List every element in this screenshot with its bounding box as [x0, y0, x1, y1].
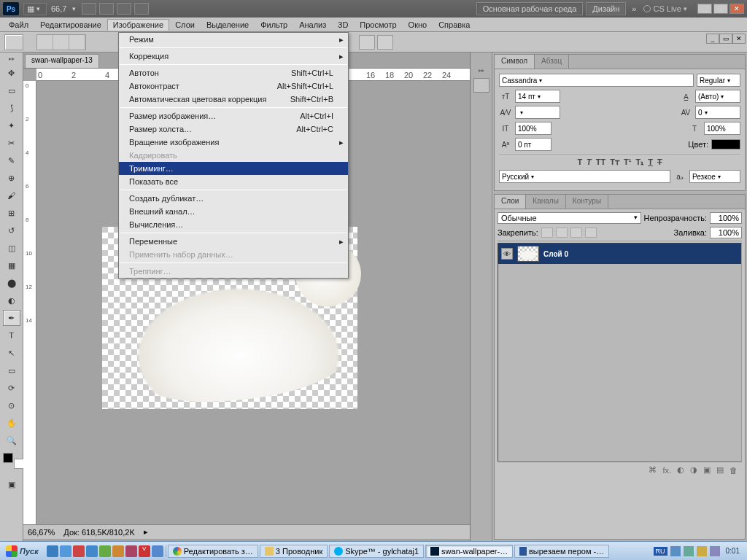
vscale-field[interactable]: 100%	[515, 122, 551, 135]
ql-app4-icon[interactable]	[112, 545, 124, 557]
text-color-swatch[interactable]	[711, 139, 740, 149]
tab-channels[interactable]: Каналы	[526, 195, 566, 209]
collapsed-panel-icon[interactable]	[473, 78, 489, 93]
font-style-dropdown[interactable]: Regular	[697, 74, 740, 87]
clock[interactable]: 0:01	[723, 547, 743, 555]
view-grid-icon[interactable]	[99, 3, 114, 15]
wand-tool[interactable]: ✦	[3, 117, 20, 133]
subscript-button[interactable]: T₁	[635, 158, 643, 167]
screen-mode-icon[interactable]	[134, 3, 149, 15]
maximize-button[interactable]: ▭	[713, 4, 728, 14]
layer-name[interactable]: Слой 0	[543, 250, 568, 258]
3d-camera-tool[interactable]: ⊙	[3, 397, 20, 413]
workspace-more[interactable]: »	[632, 4, 636, 13]
menu-imagesize[interactable]: Размер изображения…Alt+Ctrl+I	[119, 109, 348, 122]
current-tool-preset[interactable]	[4, 34, 23, 50]
view-guides-icon[interactable]	[117, 3, 131, 15]
ql-app3-icon[interactable]	[99, 545, 111, 557]
shape-tool[interactable]: ▭	[3, 362, 20, 378]
doc-close[interactable]: ✕	[732, 34, 746, 44]
zoom-tool[interactable]: 🔍	[3, 432, 20, 448]
ql-app2-icon[interactable]	[86, 545, 98, 557]
menu-window[interactable]: Окно	[403, 19, 433, 31]
menu-select[interactable]: Выделение	[201, 19, 255, 31]
stamp-tool[interactable]: ⊞	[3, 205, 20, 221]
cslive-button[interactable]: CS Live▾	[643, 4, 687, 13]
close-button[interactable]: ✕	[729, 4, 744, 14]
link-layers-icon[interactable]: ⌘	[649, 465, 657, 475]
doc-restore[interactable]: ▭	[719, 34, 732, 44]
minimize-button[interactable]: _	[697, 4, 712, 14]
menu-filter[interactable]: Фильтр	[255, 19, 293, 31]
menu-edit[interactable]: Редактирование	[34, 19, 107, 31]
fill-field[interactable]: 100%	[710, 227, 742, 238]
pen-tool[interactable]: ✒	[3, 310, 20, 326]
blur-tool[interactable]: ⬤	[3, 275, 20, 291]
tab-character[interactable]: Символ	[495, 55, 535, 69]
baseline-field[interactable]: 0 пт	[515, 138, 551, 151]
brush-tool[interactable]: 🖌	[3, 187, 20, 203]
antialias-dropdown[interactable]: Резкое	[689, 170, 740, 183]
foreground-color[interactable]	[3, 453, 13, 463]
3d-tool[interactable]: ⟳	[3, 380, 20, 396]
task-explorer[interactable]: 3 Проводник	[260, 545, 328, 558]
menu-view[interactable]: Просмотр	[354, 19, 402, 31]
lock-all-icon[interactable]	[585, 228, 597, 238]
history-brush-tool[interactable]: ↺	[3, 222, 20, 238]
menu-autotone[interactable]: АвтотонShift+Ctrl+L	[119, 66, 348, 79]
font-size-field[interactable]: 14 пт	[515, 90, 560, 103]
kerning-field[interactable]	[515, 106, 560, 119]
language-indicator[interactable]: RU	[654, 547, 667, 556]
menu-canvassize[interactable]: Размер холста…Alt+Ctrl+C	[119, 122, 348, 136]
layer-list[interactable]: 👁 Слой 0	[498, 243, 742, 462]
path-op-icon-2[interactable]	[377, 35, 393, 50]
zoom-display[interactable]: 66,7	[51, 4, 66, 13]
menu-mode[interactable]: Режим	[119, 33, 348, 46]
italic-button[interactable]: T	[587, 158, 592, 167]
tracking-field[interactable]: 0	[695, 106, 740, 119]
path-select-tool[interactable]: ↖	[3, 345, 20, 361]
task-word[interactable]: вырезаем пером -…	[514, 545, 609, 558]
tray-icon-2[interactable]	[684, 546, 694, 556]
visibility-icon[interactable]: 👁	[501, 248, 513, 260]
move-tool[interactable]: ✥	[3, 65, 20, 81]
menu-analysis[interactable]: Анализ	[293, 19, 332, 31]
layer-row[interactable]: 👁 Слой 0	[498, 244, 741, 264]
menu-adjustments[interactable]: Коррекция	[119, 50, 348, 63]
zoom-status[interactable]: 66,67%	[28, 528, 55, 537]
layer-fx-icon[interactable]: fx.	[662, 466, 671, 475]
gradient-tool[interactable]: ▦	[3, 257, 20, 273]
ql-app6-icon[interactable]: V	[139, 545, 150, 557]
task-chrome[interactable]: Редактировать з…	[168, 545, 258, 558]
hscale-field[interactable]: 100%	[704, 122, 740, 135]
allcaps-button[interactable]: TT	[596, 158, 605, 167]
ruler-vertical[interactable]: 02468101214	[23, 81, 36, 524]
menu-rotation[interactable]: Вращение изображения	[119, 136, 348, 149]
tab-paths[interactable]: Контуры	[566, 195, 608, 209]
blend-mode-dropdown[interactable]: Обычные▾	[498, 212, 641, 224]
workspace-design-button[interactable]: Дизайн	[586, 2, 626, 15]
marquee-tool[interactable]: ▭	[3, 82, 20, 98]
layer-thumbnail[interactable]	[517, 246, 539, 262]
task-skype[interactable]: Skype™ - gylchataj1	[329, 545, 424, 558]
panel-expand-icon[interactable]: ▸▸	[479, 67, 484, 74]
tray-icon-3[interactable]	[697, 546, 707, 556]
opacity-field[interactable]: 100%	[710, 212, 742, 224]
menu-3d[interactable]: 3D	[332, 19, 354, 31]
menu-image[interactable]: Изображение	[107, 19, 169, 31]
paths-icon[interactable]	[53, 35, 69, 50]
layer-mask-icon[interactable]: ◐	[677, 465, 684, 475]
eraser-tool[interactable]: ◫	[3, 240, 20, 256]
status-arrow-icon[interactable]: ▸	[144, 527, 148, 537]
workspace-essentials-button[interactable]: Основная рабочая среда	[476, 2, 584, 15]
document-tab[interactable]: swan-wallpaper-13	[25, 54, 99, 68]
adjustment-layer-icon[interactable]: ◑	[690, 465, 697, 475]
dodge-tool[interactable]: ◐	[3, 292, 20, 308]
healing-tool[interactable]: ⊕	[3, 170, 20, 186]
font-family-dropdown[interactable]: Cassandra	[499, 74, 694, 87]
eyedropper-tool[interactable]: ✎	[3, 152, 20, 168]
tab-paragraph[interactable]: Абзац	[535, 55, 569, 69]
bold-button[interactable]: T	[577, 158, 582, 167]
fill-pixels-icon[interactable]	[69, 35, 85, 50]
smallcaps-button[interactable]: Tᴛ	[610, 158, 619, 167]
